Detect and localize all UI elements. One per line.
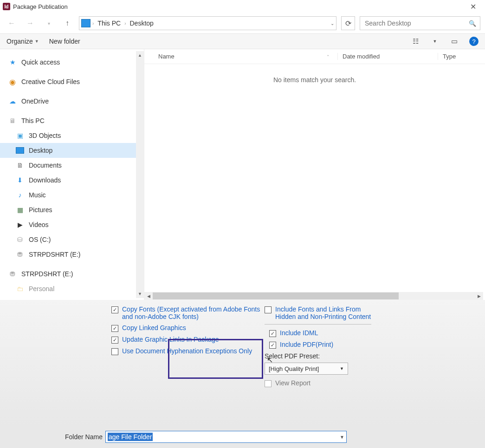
folder-name-value[interactable]: age File Folder <box>108 433 153 441</box>
sidebar-item-downloads[interactable]: ⬇Downloads <box>0 173 144 188</box>
package-options: Copy Fonts (Except activated from Adobe … <box>0 300 485 425</box>
sidebar-item-drive-e-root[interactable]: ⛃STRPDSHRT (E:) <box>0 266 144 281</box>
column-type[interactable]: Type <box>438 53 485 60</box>
sidebar-item-videos[interactable]: ▶Videos <box>0 217 144 232</box>
sidebar-item-music[interactable]: ♪Music <box>0 188 144 202</box>
preview-pane-icon[interactable]: ▭ <box>450 37 459 46</box>
checkbox-copy-linked[interactable]: Copy Linked Graphics <box>111 324 265 332</box>
checkbox-view-report[interactable]: View Report <box>265 379 371 387</box>
horizontal-scrollbar[interactable]: ◀ ▶ <box>144 292 483 300</box>
breadcrumb-dropdown[interactable]: ⌄ <box>330 21 334 26</box>
sidebar-item-label: Documents <box>29 162 62 169</box>
scroll-thumb[interactable] <box>153 292 399 299</box>
organize-label: Organize <box>6 38 33 45</box>
sidebar-item-personal[interactable]: 🗀Personal <box>0 281 144 296</box>
checkbox-include-pdf[interactable]: Include PDF(Print) <box>265 341 371 349</box>
scroll-right-icon[interactable]: ▶ <box>475 294 483 299</box>
chevron-down-icon[interactable]: ▼ <box>340 435 344 440</box>
scroll-down-icon[interactable]: ▼ <box>136 290 144 298</box>
sidebar-item-drive-e[interactable]: ⛃STRPDSHRT (E:) <box>0 247 144 262</box>
chevron-right-icon: › <box>92 21 94 26</box>
close-button[interactable]: ✕ <box>464 0 482 13</box>
disk-icon: ⛁ <box>16 235 24 244</box>
sidebar-item-creative-cloud[interactable]: ◉Creative Cloud Files <box>0 74 144 89</box>
app-icon: Id <box>3 3 10 10</box>
pdf-preset-select[interactable]: [High Quality Print] ▼ <box>265 363 348 375</box>
sidebar-item-this-pc[interactable]: 🖥This PC <box>0 113 144 128</box>
sidebar-item-quick-access[interactable]: ★Quick access <box>0 55 144 70</box>
sidebar-item-label: Pictures <box>29 206 52 214</box>
breadcrumb-item[interactable]: Desktop <box>128 19 155 28</box>
checkbox-icon[interactable] <box>265 380 272 387</box>
breadcrumb-item[interactable]: This PC <box>96 19 123 28</box>
checkbox-label: Include Fonts and Links From Hidden and … <box>275 305 371 320</box>
organize-button[interactable]: Organize ▼ <box>6 38 39 45</box>
checkbox-icon[interactable] <box>269 342 276 349</box>
folder-name-row: Folder Name age File Folder ▼ <box>0 425 485 448</box>
folder-name-input[interactable]: age File Folder ▼ <box>105 431 347 443</box>
location-icon <box>81 19 91 27</box>
checkbox-copy-fonts[interactable]: Copy Fonts (Except activated from Adobe … <box>111 305 265 320</box>
checkbox-update-links[interactable]: Update Graphic Links In Package <box>111 336 265 344</box>
new-folder-label: New folder <box>49 38 80 45</box>
up-button[interactable]: ↑ <box>60 16 74 30</box>
scroll-left-icon[interactable]: ◀ <box>144 294 153 299</box>
video-icon: ▶ <box>16 221 24 229</box>
disk-icon: ⛃ <box>8 270 17 278</box>
checkbox-include-hidden[interactable]: Include Fonts and Links From Hidden and … <box>265 305 371 320</box>
sidebar: ★Quick access ◉Creative Cloud Files ☁One… <box>0 49 144 300</box>
sidebar-item-os-c[interactable]: ⛁OS (C:) <box>0 232 144 247</box>
chevron-down-icon: ▼ <box>340 366 344 371</box>
recent-dropdown[interactable]: ▾ <box>42 16 56 30</box>
forward-button[interactable]: → <box>23 16 37 30</box>
view-options-icon[interactable]: ☷ <box>411 37 420 46</box>
search-input-wrapper[interactable]: 🔍 <box>360 16 480 30</box>
column-name[interactable]: Name⌃ <box>158 53 330 60</box>
sidebar-item-documents[interactable]: 🗎Documents <box>0 158 144 173</box>
sidebar-item-pictures[interactable]: ▦Pictures <box>0 202 144 217</box>
checkbox-label: Copy Linked Graphics <box>122 324 186 331</box>
checkbox-icon[interactable] <box>111 306 118 313</box>
search-icon[interactable]: 🔍 <box>469 20 476 27</box>
sidebar-item-desktop[interactable]: Desktop <box>0 143 144 158</box>
sidebar-item-label: Music <box>29 191 46 199</box>
checkbox-icon[interactable] <box>111 348 118 355</box>
checkbox-include-idml[interactable]: Include IDML <box>265 329 371 337</box>
checkbox-icon[interactable] <box>111 325 118 332</box>
content-pane: Name⌃ Date modified Type No items match … <box>144 49 485 300</box>
divider <box>265 324 371 325</box>
new-folder-button[interactable]: New folder <box>49 38 80 45</box>
sidebar-item-3d-objects[interactable]: ▣3D Objects <box>0 128 144 143</box>
sidebar-item-label: 3D Objects <box>29 132 61 139</box>
pdf-preset-value: [High Quality Print] <box>269 365 319 372</box>
checkbox-use-hyphenation[interactable]: Use Document Hyphenation Exceptions Only <box>111 347 265 355</box>
sort-indicator-icon: ⌃ <box>326 54 330 59</box>
column-headers[interactable]: Name⌃ Date modified Type <box>144 49 485 64</box>
sidebar-item-label: STRPDSHRT (E:) <box>21 270 73 278</box>
scroll-up-icon[interactable]: ▲ <box>136 51 144 59</box>
column-label: Name <box>158 53 175 60</box>
sidebar-item-label: Desktop <box>29 147 52 154</box>
download-icon: ⬇ <box>16 176 24 184</box>
checkbox-label: Include PDF(Print) <box>280 341 333 348</box>
refresh-button[interactable]: ⟳ <box>341 16 355 30</box>
chevron-right-icon: › <box>124 21 126 26</box>
breadcrumb[interactable]: › This PC › Desktop ⌄ <box>79 16 336 30</box>
help-button[interactable]: ? <box>469 37 479 46</box>
folder-icon: 🗀 <box>16 285 24 293</box>
checkbox-icon[interactable] <box>269 330 276 337</box>
picture-icon: ▦ <box>16 206 24 214</box>
checkbox-icon[interactable] <box>265 306 272 313</box>
sidebar-item-onedrive[interactable]: ☁OneDrive <box>0 94 144 109</box>
cloud-icon: ☁ <box>8 97 17 105</box>
view-dropdown-icon[interactable]: ▼ <box>430 37 440 46</box>
column-date[interactable]: Date modified <box>337 53 430 60</box>
empty-message: No items match your search. <box>144 64 485 84</box>
pc-icon: 🖥 <box>8 117 17 125</box>
search-input[interactable] <box>364 19 469 27</box>
pdf-preset-label: Select PDF Preset: <box>265 352 371 360</box>
checkbox-label: Copy Fonts (Except activated from Adobe … <box>122 305 265 320</box>
checkbox-icon[interactable] <box>111 337 118 344</box>
sidebar-scrollbar[interactable]: ▲ ▼ <box>136 51 144 298</box>
back-button[interactable]: ← <box>5 16 19 30</box>
